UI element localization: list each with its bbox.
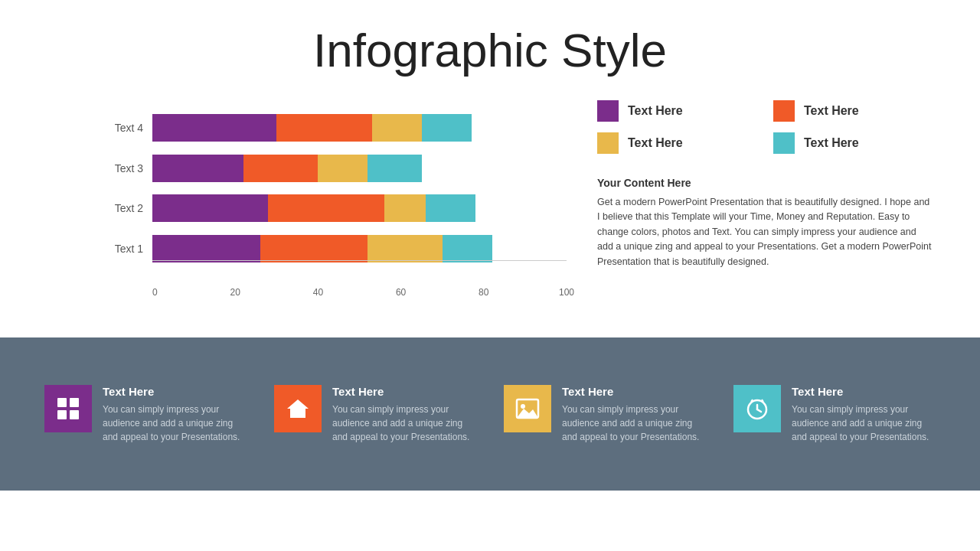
- svg-rect-1: [70, 398, 79, 407]
- x-axis-label: 80: [479, 287, 488, 298]
- x-axis-label: 20: [230, 287, 240, 298]
- bar-segments: [152, 114, 567, 142]
- legend-item: Text Here: [597, 100, 758, 122]
- legend-color-swatch: [773, 100, 795, 122]
- chart-row: Text 1: [92, 235, 567, 262]
- svg-marker-7: [517, 409, 538, 418]
- right-panel: Text HereText HereText HereText Here You…: [597, 93, 934, 330]
- row-label: Text 4: [92, 122, 143, 134]
- bar-segments: [152, 155, 567, 182]
- bottom-card: Text HereYou can simply impress your aud…: [490, 377, 720, 452]
- legend-item: Text Here: [773, 132, 934, 154]
- legend-color-swatch: [597, 100, 619, 122]
- chart-area: Text 4Text 3Text 2Text 1020406080100: [46, 93, 567, 330]
- x-axis-label: 0: [152, 287, 158, 298]
- bottom-card-icon: [44, 385, 92, 432]
- svg-rect-2: [57, 410, 67, 419]
- bar-segment: [276, 114, 371, 142]
- bar-segment: [318, 155, 368, 182]
- bar-segment: [243, 155, 318, 182]
- svg-marker-4: [287, 399, 309, 418]
- bar-segment: [152, 235, 260, 262]
- bar-segment: [384, 194, 426, 222]
- svg-point-6: [521, 404, 525, 409]
- bottom-card-body: You can simply impress your audience and…: [562, 403, 706, 444]
- row-label: Text 3: [92, 162, 143, 174]
- page-title-section: Infographic Style: [0, 0, 980, 93]
- bottom-section: Text HereYou can simply impress your aud…: [0, 337, 980, 491]
- bar-segment: [152, 155, 243, 182]
- bottom-card: Text HereYou can simply impress your aud…: [31, 377, 260, 452]
- legend-item: Text Here: [597, 132, 758, 154]
- bottom-card-title: Text Here: [562, 385, 706, 398]
- bar-segments: [152, 235, 567, 262]
- bar-segment: [152, 114, 276, 142]
- bottom-card-title: Text Here: [792, 385, 936, 398]
- chart-row: Text 2: [92, 194, 567, 222]
- bar-segments: [152, 194, 567, 222]
- bottom-card: Text HereYou can simply impress your aud…: [260, 377, 490, 452]
- bar-segment: [368, 235, 442, 262]
- bar-segment: [372, 114, 422, 142]
- legend-color-swatch: [597, 132, 619, 154]
- bar-segment: [260, 235, 368, 262]
- legend-label: Text Here: [628, 104, 683, 118]
- bar-segment: [152, 194, 268, 222]
- legend-item: Text Here: [773, 100, 934, 122]
- content-body: Get a modern PowerPoint Presentation tha…: [597, 195, 934, 269]
- content-heading: Your Content Here: [597, 177, 934, 189]
- x-axis-label: 100: [559, 287, 574, 298]
- row-label: Text 2: [92, 202, 143, 214]
- bottom-card-body: You can simply impress your audience and…: [332, 403, 476, 444]
- legend-label: Text Here: [804, 136, 859, 150]
- bar-segment: [368, 155, 421, 182]
- x-axis-label: 40: [313, 287, 323, 298]
- svg-line-10: [757, 409, 761, 412]
- svg-rect-0: [57, 398, 67, 407]
- bottom-card: Text HereYou can simply impress your aud…: [720, 377, 949, 452]
- bottom-card-title: Text Here: [332, 385, 476, 398]
- row-label: Text 1: [92, 243, 143, 255]
- main-content: Text 4Text 3Text 2Text 1020406080100 Tex…: [0, 93, 980, 330]
- bottom-card-title: Text Here: [103, 385, 247, 398]
- legend-grid: Text HereText HereText HereText Here: [597, 100, 934, 158]
- legend-color-swatch: [773, 132, 795, 154]
- bottom-card-body: You can simply impress your audience and…: [103, 403, 247, 444]
- chart-row: Text 3: [92, 155, 567, 182]
- chart-row: Text 4: [92, 114, 567, 142]
- bar-chart: Text 4Text 3Text 2Text 1020406080100: [92, 100, 567, 299]
- bottom-card-icon: [504, 385, 551, 432]
- bottom-card-icon: [733, 385, 781, 432]
- bar-segment: [426, 194, 475, 222]
- bar-segment: [443, 235, 492, 262]
- svg-rect-3: [70, 410, 79, 419]
- bar-segment: [422, 114, 472, 142]
- x-axis-label: 60: [396, 287, 406, 298]
- bar-segment: [268, 194, 384, 222]
- bottom-card-icon: [274, 385, 322, 432]
- legend-label: Text Here: [804, 104, 859, 118]
- legend-label: Text Here: [628, 136, 683, 150]
- page-title: Infographic Style: [0, 23, 980, 77]
- bottom-card-body: You can simply impress your audience and…: [792, 403, 936, 444]
